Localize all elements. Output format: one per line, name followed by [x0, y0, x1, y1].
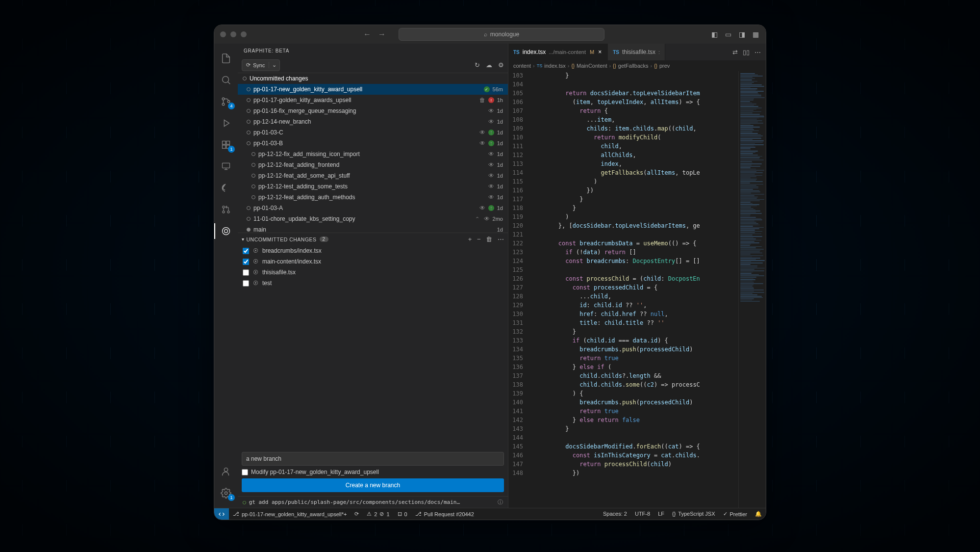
- status-bell-icon[interactable]: 🔔: [751, 511, 766, 517]
- remote-indicator[interactable]: [214, 508, 229, 520]
- maximize-window[interactable]: [241, 31, 247, 37]
- layout-icon[interactable]: ▦: [751, 30, 760, 39]
- change-row[interactable]: ⦿ breadcrumbs/index.tsx: [238, 245, 508, 256]
- branch-row[interactable]: pp-01-03-A 👁↑1d: [238, 203, 508, 213]
- branch-row[interactable]: pp-12-12-feat_adding_auth_methods 👁1d: [238, 192, 508, 203]
- collapse-icon[interactable]: ⌃: [474, 216, 481, 222]
- editor-tab[interactable]: TS thisisafile.tsx :: [608, 44, 665, 60]
- change-checkbox[interactable]: [243, 280, 249, 287]
- status-sync[interactable]: ⟳: [351, 508, 363, 520]
- uncommitted-changes-header[interactable]: ▾ UNCOMMITTED CHANGES 2 + − 🗑 ⋯: [238, 233, 508, 245]
- panel-bottom-icon[interactable]: ▭: [724, 30, 732, 39]
- command-center[interactable]: ⌕ monologue: [399, 28, 604, 41]
- branch-row[interactable]: pp-12-12-fix_add_missing_icon_import 👁1d: [238, 149, 508, 159]
- branch-row[interactable]: pp-01-03-C 👁↑1d: [238, 127, 508, 138]
- status-encoding[interactable]: UTF-8: [631, 511, 654, 517]
- sync-dropdown[interactable]: ⌄: [269, 62, 279, 68]
- change-row[interactable]: ⦿ main-content/index.tsx: [238, 256, 508, 267]
- debug-icon[interactable]: [214, 113, 238, 133]
- nav-back-icon[interactable]: ←: [363, 30, 371, 39]
- branch-row[interactable]: 11-01-chore_update_kbs_setting_copy ⌃👁2m…: [238, 213, 508, 224]
- editor-tab[interactable]: TS index.tsx .../main-content M ×: [508, 44, 608, 60]
- status-eol[interactable]: LF: [654, 511, 668, 517]
- status-pr[interactable]: ⎇Pull Request #20442: [411, 508, 478, 520]
- change-checkbox[interactable]: [243, 259, 249, 265]
- create-branch-button[interactable]: Create a new branch: [242, 478, 504, 492]
- branch-row[interactable]: main 1d: [238, 224, 508, 233]
- eye-icon[interactable]: 👁: [488, 194, 494, 201]
- status-spaces[interactable]: Spaces: 2: [599, 511, 631, 517]
- modify-checkbox-row[interactable]: Modify pp-01-17-new_golden_kitty_award_u…: [242, 469, 504, 475]
- sync-button[interactable]: ⟳Sync ⌄: [242, 59, 280, 71]
- breadcrumb-segment[interactable]: prev: [659, 63, 670, 69]
- change-row[interactable]: ⦿ test: [238, 278, 508, 289]
- pull-requests-icon[interactable]: [214, 200, 238, 219]
- explorer-icon[interactable]: [214, 49, 238, 68]
- eye-icon[interactable]: 👁: [488, 118, 494, 125]
- more-icon[interactable]: ⋯: [498, 236, 504, 243]
- remote-explorer-icon[interactable]: [214, 157, 238, 176]
- change-checkbox[interactable]: [243, 269, 249, 276]
- scm-icon[interactable]: 4: [214, 92, 238, 111]
- tree-header[interactable]: Uncommitted changes: [238, 73, 508, 84]
- change-checkbox[interactable]: [243, 248, 249, 254]
- branch-name-input[interactable]: [242, 452, 504, 466]
- close-window[interactable]: [220, 31, 226, 37]
- status-problems[interactable]: ⚠2 ⊘1: [363, 508, 393, 520]
- minimap[interactable]: [738, 71, 766, 508]
- branch-row[interactable]: pp-01-17-golden_kitty_awards_upsell 🗑!1h: [238, 95, 508, 105]
- eye-icon[interactable]: 👁: [484, 215, 490, 222]
- minimize-window[interactable]: [230, 31, 236, 37]
- eye-icon[interactable]: 👁: [488, 107, 494, 114]
- breadcrumb-segment[interactable]: content: [513, 63, 531, 69]
- gear-icon[interactable]: ⚙: [498, 61, 504, 69]
- breadcrumb-segment[interactable]: getFallbacks: [618, 63, 649, 69]
- eye-icon[interactable]: 👁: [479, 205, 485, 211]
- add-icon[interactable]: +: [468, 236, 472, 243]
- modify-checkbox[interactable]: [242, 469, 248, 475]
- branch-row[interactable]: pp-12-12-feat_add_some_api_stuff 👁1d: [238, 170, 508, 181]
- branch-row[interactable]: pp-12-12-feat_adding_frontend 👁1d: [238, 159, 508, 170]
- tab-more-icon[interactable]: ⋯: [754, 49, 761, 56]
- branch-row[interactable]: pp-12-12-test_adding_some_tests 👁1d: [238, 181, 508, 192]
- status-lang[interactable]: {}TypeScript JSX: [668, 511, 719, 517]
- trash-icon[interactable]: 🗑: [479, 97, 485, 104]
- breadcrumb-segment[interactable]: MainContent: [577, 63, 607, 69]
- branch-row[interactable]: pp-01-16-fix_merge_queue_messaging 👁1d: [238, 105, 508, 116]
- eye-icon[interactable]: 👁: [479, 140, 485, 147]
- nav-forward-icon[interactable]: →: [378, 30, 386, 39]
- branch-row[interactable]: pp-01-03-B 👁↑1d: [238, 138, 508, 149]
- discard-icon[interactable]: 🗑: [486, 236, 493, 243]
- compare-icon[interactable]: ⇄: [732, 49, 738, 56]
- change-row[interactable]: ⦿ thisisafile.tsx: [238, 267, 508, 278]
- cloud-icon[interactable]: ☁: [486, 61, 492, 69]
- status-prettier[interactable]: ✓Prettier: [719, 511, 751, 517]
- eye-icon[interactable]: 👁: [488, 161, 494, 168]
- eye-icon[interactable]: 👁: [488, 183, 494, 190]
- status-ports[interactable]: ⊡0: [394, 508, 411, 520]
- split-editor-icon[interactable]: ▯▯: [743, 49, 750, 56]
- github-icon[interactable]: [214, 178, 238, 198]
- branch-row[interactable]: pp-12-14-new_branch 👁1d: [238, 116, 508, 127]
- refresh-icon[interactable]: ↻: [475, 61, 480, 69]
- panel-left-icon[interactable]: ◧: [710, 30, 719, 39]
- eye-icon[interactable]: 👁: [488, 151, 494, 158]
- status-branch[interactable]: ⎇ pp-01-17-new_golden_kitty_award_upsell…: [229, 508, 351, 520]
- eye-icon[interactable]: 👁: [479, 129, 485, 136]
- branch-row[interactable]: pp-01-17-new_golden_kitty_award_upsell ✓…: [238, 84, 508, 95]
- change-file: thisisafile.tsx: [262, 269, 296, 276]
- extensions-icon[interactable]: 1: [214, 135, 238, 155]
- account-icon[interactable]: [214, 462, 238, 481]
- info-icon[interactable]: ⓘ: [498, 499, 503, 506]
- panel-right-icon[interactable]: ◨: [737, 30, 746, 39]
- breadcrumb-segment[interactable]: index.tsx: [544, 63, 565, 69]
- graphite-sidebar: GRAPHITE: BETA ⟳Sync ⌄ ↻ ☁ ⚙ Uncommitted…: [238, 44, 508, 508]
- breadcrumb[interactable]: content›TSindex.tsx›{}MainContent›{}getF…: [508, 60, 766, 71]
- remove-icon[interactable]: −: [477, 236, 481, 243]
- graphite-icon[interactable]: [214, 221, 238, 241]
- close-tab-icon[interactable]: ×: [597, 49, 603, 55]
- eye-icon[interactable]: 👁: [488, 172, 494, 179]
- code-editor[interactable]: 103 }104105 return docsSidebar.topLevelS…: [508, 71, 738, 508]
- settings-gear-icon[interactable]: 1: [214, 483, 238, 503]
- search-activity-icon[interactable]: [214, 70, 238, 90]
